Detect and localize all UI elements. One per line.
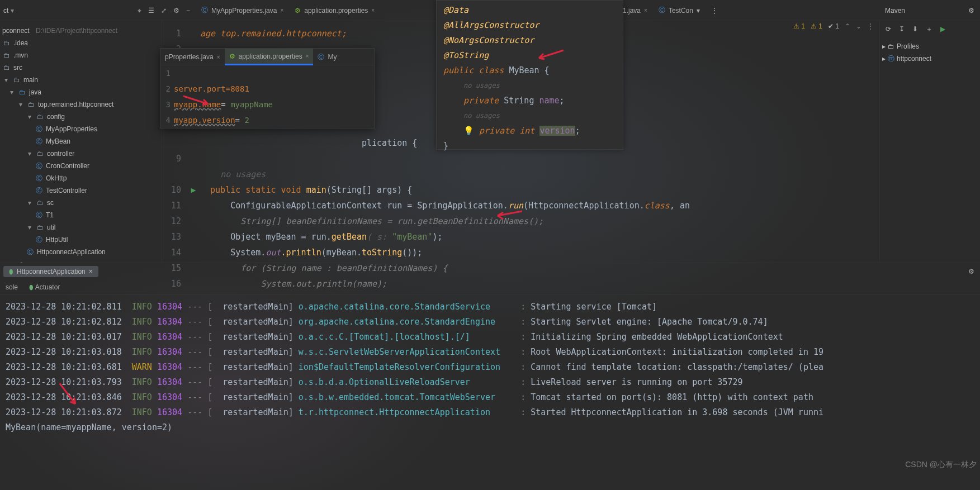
properties-peek-popup[interactable]: pProperties.java× ⚙application.propertie… — [160, 48, 375, 129]
maven-project[interactable]: ▸ⓜhttpconnect — [882, 53, 978, 65]
chevron-down-icon[interactable]: ▾ — [17, 101, 25, 108]
java-icon: Ⓒ — [201, 6, 208, 15]
maven-refresh-icon[interactable]: ⟳ — [886, 25, 891, 33]
prop-server-port: server.port=8081 — [174, 84, 249, 93]
project-tree[interactable]: pconnect D:\IDEAProject\httpconnect 🗀.id… — [0, 21, 162, 263]
class-icon: Ⓒ — [35, 211, 44, 220]
tree-mybean[interactable]: ⒸMyBean — [0, 135, 162, 148]
popup-tab-application-properties[interactable]: ⚙application.properties× — [225, 49, 314, 65]
tab-myappproperties[interactable]: ⒸMyAppProperties.java× — [196, 0, 289, 21]
maven-download-icon[interactable]: ⬇ — [912, 25, 918, 33]
tree-sc[interactable]: ▾🗀sc — [0, 197, 162, 209]
run-gutter-icon[interactable]: ▶ — [187, 182, 200, 198]
warn-badge[interactable]: ⚠ 1 — [793, 22, 805, 30]
usages-hint[interactable]: no usages — [443, 78, 616, 93]
console-output[interactable]: 2023-12-28 10:21:02.811 INFO 16304 --- [… — [0, 295, 980, 490]
annotation-allargs: @AllArgsConstructor — [443, 20, 539, 30]
package-icon: 🗀 — [36, 150, 45, 158]
project-settings-icon[interactable]: ⚙ — [173, 7, 179, 15]
class-icon: Ⓒ — [35, 125, 44, 134]
tree-resources[interactable]: ▸🗀resources — [0, 258, 162, 263]
tree-util[interactable]: ▾🗀util — [0, 221, 162, 234]
next-highlight-icon[interactable]: ⌄ — [856, 22, 861, 30]
class-icon: Ⓒ — [35, 174, 44, 183]
chevron-down-icon[interactable]: ▾ — [26, 199, 34, 207]
chevron-down-icon[interactable]: ▾ — [26, 113, 34, 121]
field-version: version — [539, 126, 575, 136]
tabs-more-icon[interactable]: ⋮ — [706, 7, 723, 15]
chevron-down-icon[interactable]: ▾ — [8, 88, 16, 96]
annotation-data: @Data — [443, 5, 468, 15]
maven-panel[interactable]: ⟳ ↧ ⬇ ＋ ▶ ▸🗀Profiles ▸ⓜhttpconnect — [879, 21, 980, 263]
tree-main[interactable]: ▾🗀main — [0, 74, 162, 86]
folder-icon: 🗀 — [2, 51, 11, 59]
close-icon[interactable]: × — [644, 7, 647, 13]
maven-generate-icon[interactable]: ↧ — [899, 25, 905, 33]
annotation-arrow-icon — [182, 95, 210, 106]
maven-run-icon[interactable]: ▶ — [940, 25, 945, 33]
close-icon[interactable]: × — [89, 268, 93, 275]
chevron-down-icon[interactable]: ▾ — [697, 7, 700, 15]
maven-add-icon[interactable]: ＋ — [926, 25, 932, 34]
tree-mvn[interactable]: 🗀.mvn — [0, 49, 162, 61]
tree-httputil[interactable]: ⒸHttpUtil — [0, 234, 162, 246]
project-crumb[interactable]: ct — [3, 7, 14, 15]
tree-testcontroller[interactable]: ⒸTestController — [0, 184, 162, 197]
intention-bulb-icon[interactable]: 💡 — [463, 126, 474, 136]
gear-icon[interactable]: ⚙ — [968, 7, 974, 15]
tab-testcon[interactable]: ⒸTestCon▾ — [653, 0, 706, 21]
maven-header: Maven ⚙ — [879, 0, 980, 21]
class-name: MyBean — [509, 65, 539, 75]
code-line: age top.remained.httpconnect; — [200, 28, 347, 39]
tree-cron[interactable]: ⒸCronController — [0, 160, 162, 172]
tree-java[interactable]: ▾🗀java — [0, 86, 162, 98]
inspection-more-icon[interactable]: ⋮ — [867, 22, 874, 30]
tree-config[interactable]: ▾🗀config — [0, 111, 162, 123]
close-icon[interactable]: × — [280, 7, 283, 13]
class-icon: Ⓒ — [35, 161, 44, 171]
popup-tab-my[interactable]: ⒸMy — [313, 49, 341, 65]
select-opened-icon[interactable]: ⌖ — [138, 7, 141, 15]
package-icon: 🗀 — [27, 101, 36, 108]
expand-icon[interactable]: ⤢ — [161, 7, 167, 15]
run-subtab-actuator[interactable]: ⬮ Actuator — [29, 283, 60, 291]
folder-icon: 🗀 — [12, 76, 21, 84]
outline-icon[interactable]: ☰ — [148, 7, 154, 15]
package-icon: 🗀 — [36, 113, 45, 121]
tree-t1[interactable]: ⒸT1 — [0, 209, 162, 221]
run-tool-window[interactable]: ⬮HttpconnectApplication× ⚙ sole ⬮ Actuat… — [0, 263, 980, 490]
project-root[interactable]: pconnect D:\IDEAProject\httpconnect — [0, 25, 162, 37]
class-icon: Ⓒ — [318, 53, 324, 62]
chevron-down-icon[interactable]: ▾ — [26, 150, 34, 158]
tree-app[interactable]: ⒸHttpconnectApplication — [0, 246, 162, 258]
spring-icon: ⬮ — [9, 268, 13, 275]
weak-warn-badge[interactable]: ✔ 1 — [828, 22, 839, 30]
warn-badge[interactable]: ⚠ 1 — [811, 22, 822, 30]
class-icon: Ⓒ — [35, 137, 44, 146]
tree-package[interactable]: ▾🗀top.remained.httpconnect — [0, 98, 162, 111]
close-icon[interactable]: × — [371, 7, 375, 13]
popup-tab-props-java[interactable]: pProperties.java× — [160, 49, 225, 65]
maven-profiles[interactable]: ▸🗀Profiles — [882, 40, 978, 53]
chevron-down-icon[interactable]: ▾ — [26, 223, 34, 231]
class-icon: Ⓒ — [35, 235, 44, 245]
runnable-class-icon: Ⓒ — [26, 248, 35, 257]
usages-hint[interactable]: no usages — [443, 108, 616, 123]
run-subtab-console[interactable]: sole — [6, 283, 18, 291]
run-config-tab[interactable]: ⬮HttpconnectApplication× — [3, 266, 98, 277]
chevron-down-icon[interactable]: ▾ — [2, 76, 10, 84]
tree-controller[interactable]: ▾🗀controller — [0, 148, 162, 160]
prev-highlight-icon[interactable]: ⌃ — [845, 22, 850, 30]
code-line: public static void — [210, 185, 306, 195]
tree-src[interactable]: 🗀src — [0, 61, 162, 74]
tab-application-properties[interactable]: ⚙application.properties× — [289, 0, 380, 21]
tree-okhttp[interactable]: ⒸOkHttp — [0, 172, 162, 184]
tree-myappproperties[interactable]: ⒸMyAppProperties — [0, 123, 162, 135]
usages-hint[interactable]: no usages — [220, 169, 266, 179]
mybean-peek-popup[interactable]: @Data @AllArgsConstructor @NoArgsConstru… — [436, 0, 623, 150]
gear-icon[interactable]: ⚙ — [968, 268, 980, 275]
collapse-icon[interactable]: − — [186, 7, 190, 15]
field-name: name — [539, 96, 559, 106]
folder-icon: 🗀 — [2, 64, 11, 72]
tree-idea[interactable]: 🗀.idea — [0, 37, 162, 49]
